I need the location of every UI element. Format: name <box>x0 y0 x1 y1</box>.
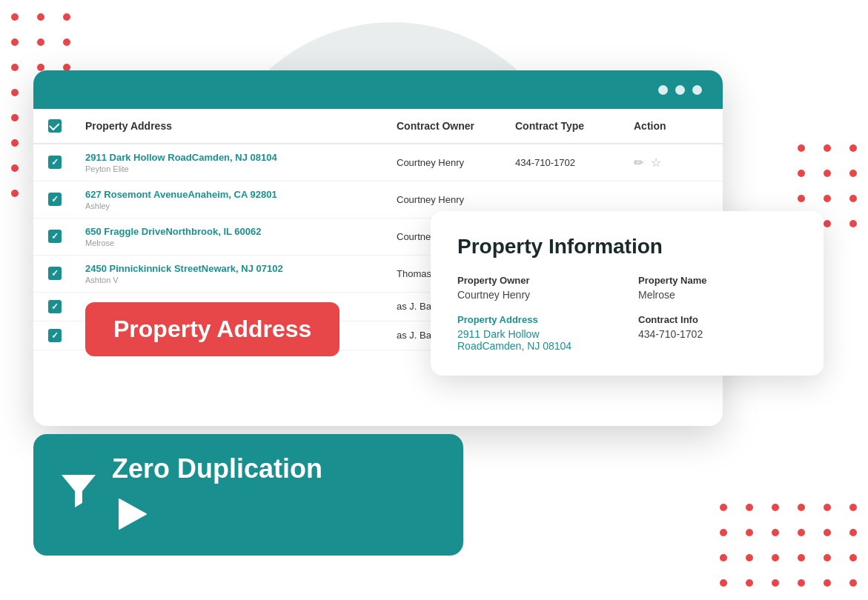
contract-info-value: 434-710-1702 <box>638 328 797 340</box>
dot <box>11 13 19 21</box>
row-checkbox-4[interactable] <box>48 267 85 280</box>
action-icons-1: ✏ ☆ <box>634 156 708 170</box>
header-checkbox[interactable] <box>48 119 85 133</box>
property-address-value: 2911 Dark HollowRoadCamden, NJ 08104 <box>457 328 616 352</box>
browser-window-dots <box>658 85 702 95</box>
edit-icon-1[interactable]: ✏ <box>634 156 643 170</box>
zero-duplication-banner: Zero Duplication <box>33 434 463 556</box>
card-fields-grid: Property Owner Courtney Henry Property N… <box>457 275 797 352</box>
dot <box>798 529 805 536</box>
address-main-2: 627 Rosemont AvenueAnaheim, CA 92801 <box>85 189 397 201</box>
dot <box>849 170 857 177</box>
dot <box>824 220 831 227</box>
dot <box>11 139 19 147</box>
address-cell-3: 650 Fraggle DriveNorthbrook, IL 60062 Me… <box>85 226 397 247</box>
col-header-contract-type: Contract Type <box>515 120 634 132</box>
address-cell-1: 2911 Dark Hollow RoadCamden, NJ 08104 Pe… <box>85 152 397 173</box>
dot <box>798 554 805 561</box>
zero-dup-content: Zero Duplication <box>112 453 322 536</box>
dot <box>63 13 70 21</box>
dot <box>11 190 19 197</box>
dot <box>824 579 831 587</box>
dot <box>11 39 19 46</box>
dot <box>849 220 857 227</box>
dot <box>772 529 779 536</box>
address-main-3: 650 Fraggle DriveNorthbrook, IL 60062 <box>85 226 397 239</box>
dot <box>849 579 857 587</box>
col-header-action: Action <box>634 120 708 132</box>
dot <box>824 504 831 511</box>
address-sub-1: Peyton Elite <box>85 164 397 173</box>
row-checkbox-3[interactable] <box>48 230 85 243</box>
star-icon-1[interactable]: ☆ <box>651 156 661 170</box>
owner-1: Courtney Henry <box>397 157 515 168</box>
property-name-field: Property Name Melrose <box>638 275 797 301</box>
property-address-label: Property Address <box>457 314 616 325</box>
property-owner-field: Property Owner Courtney Henry <box>457 275 616 301</box>
address-sub-2: Ashley <box>85 201 397 210</box>
table-row: 2911 Dark Hollow RoadCamden, NJ 08104 Pe… <box>33 144 723 181</box>
dot <box>11 164 19 172</box>
dot <box>720 579 727 587</box>
property-owner-value: Courtney Henry <box>457 289 616 301</box>
dot <box>11 64 19 71</box>
owner-2: Courtney Henry <box>397 194 515 205</box>
dot <box>63 39 70 46</box>
dot <box>824 195 831 202</box>
dot <box>720 529 727 536</box>
table-header: Property Address Contract Owner Contract… <box>33 109 723 144</box>
property-address-banner-text: Property Address <box>113 316 311 342</box>
property-address-banner: Property Address <box>85 302 339 356</box>
dot <box>849 529 857 536</box>
dot <box>824 170 831 177</box>
property-name-label: Property Name <box>638 275 797 286</box>
address-main-1: 2911 Dark Hollow RoadCamden, NJ 08104 <box>85 152 397 164</box>
contract-info-label: Contract Info <box>638 314 797 325</box>
property-info-card: Property Information Property Owner Cour… <box>431 211 824 376</box>
dot <box>798 504 805 511</box>
contract-type-1: 434-710-1702 <box>515 157 634 168</box>
dot <box>824 144 831 152</box>
browser-dot-2 <box>675 85 685 95</box>
dot <box>772 504 779 511</box>
property-name-value: Melrose <box>638 289 797 301</box>
row-checkbox-2[interactable] <box>48 193 85 206</box>
dot <box>824 529 831 536</box>
dot <box>37 39 44 46</box>
dot <box>720 554 727 561</box>
address-main-4: 2450 Pinnickinnick StreetNewark, NJ 0710… <box>85 263 397 276</box>
address-sub-4: Ashton V <box>85 276 397 284</box>
card-title: Property Information <box>457 235 797 259</box>
dot <box>37 13 44 21</box>
dot <box>824 554 831 561</box>
address-cell-2: 627 Rosemont AvenueAnaheim, CA 92801 Ash… <box>85 189 397 210</box>
dot <box>11 89 19 96</box>
browser-toolbar <box>33 70 723 109</box>
dot <box>798 195 805 202</box>
dot <box>849 504 857 511</box>
col-header-property-address: Property Address <box>85 120 397 132</box>
dot <box>772 579 779 587</box>
browser-dot-1 <box>658 85 668 95</box>
dot <box>746 554 753 561</box>
dot <box>746 504 753 511</box>
dot <box>849 144 857 152</box>
play-icon[interactable] <box>112 495 322 536</box>
dot <box>798 170 805 177</box>
dot <box>798 144 805 152</box>
property-owner-label: Property Owner <box>457 275 616 286</box>
contract-info-field: Contract Info 434-710-1702 <box>638 314 797 352</box>
row-checkbox-5[interactable] <box>48 300 85 313</box>
row-checkbox-1[interactable] <box>48 156 85 169</box>
dot <box>849 554 857 561</box>
zero-dup-title: Zero Duplication <box>112 453 322 484</box>
dot <box>798 579 805 587</box>
dot <box>746 529 753 536</box>
row-checkbox-6[interactable] <box>48 329 85 342</box>
address-cell-4: 2450 Pinnickinnick StreetNewark, NJ 0710… <box>85 263 397 284</box>
dot <box>11 114 19 121</box>
property-address-field: Property Address 2911 Dark HollowRoadCam… <box>457 314 616 352</box>
dot <box>746 579 753 587</box>
browser-dot-3 <box>692 85 702 95</box>
dot <box>849 195 857 202</box>
